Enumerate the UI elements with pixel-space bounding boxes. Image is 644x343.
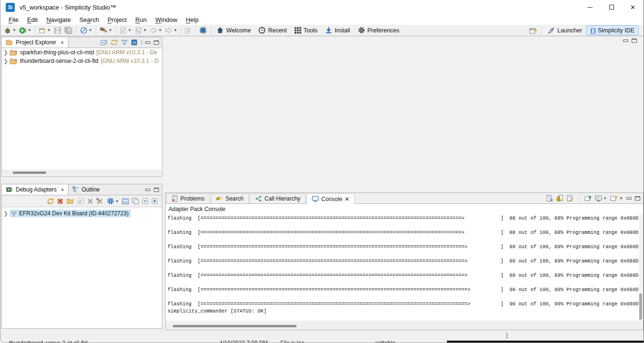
connect-icon[interactable] xyxy=(47,198,54,205)
chevron-right-icon[interactable]: ❯ xyxy=(2,210,10,217)
adapter-selected-row[interactable]: EFR32xG24 Dev Kit Board (ID:440272723) xyxy=(10,210,131,217)
debug-adapters-tabrow: Debug Adapters ✕ Outline xyxy=(2,184,162,195)
flash-programmer-button[interactable] xyxy=(198,26,208,35)
filter-icon[interactable] xyxy=(121,40,128,46)
menu-edit[interactable]: Edit xyxy=(23,15,42,24)
window-minimize-button[interactable] xyxy=(579,0,601,14)
close-icon[interactable]: ✕ xyxy=(60,187,64,192)
maximize-view-icon[interactable] xyxy=(635,196,640,201)
scroll-lock-icon[interactable] xyxy=(556,195,563,202)
delete-icon[interactable] xyxy=(87,198,93,204)
minimize-view-icon[interactable] xyxy=(623,40,628,42)
run-button[interactable]: ▼ xyxy=(18,26,32,35)
new-wizard-button[interactable]: ▼ xyxy=(38,26,52,35)
status-fragment: thunderboard-sense-2-ot-cli-ftd xyxy=(9,340,88,343)
rename-icon[interactable] xyxy=(78,198,84,204)
menu-window[interactable]: Window xyxy=(151,15,181,24)
expand-all-icon[interactable] xyxy=(151,198,158,204)
horizontal-scrollbar[interactable] xyxy=(166,323,643,329)
menu-project[interactable]: Project xyxy=(103,15,131,24)
tab-console[interactable]: Console ✕ xyxy=(307,193,355,204)
chevron-down-icon: ▼ xyxy=(128,28,132,32)
view-menu-icon[interactable]: ⁞ xyxy=(141,40,142,45)
adapter-settings-button[interactable]: ▼ xyxy=(107,197,119,205)
chevron-right-icon[interactable]: ❯ xyxy=(2,49,10,56)
horizontal-scrollbar[interactable] xyxy=(2,170,161,176)
build-button[interactable]: ▼ xyxy=(99,26,113,35)
scrollbar-thumb[interactable] xyxy=(639,293,642,320)
table-view-icon[interactable] xyxy=(122,198,129,204)
perspective-simplicity-ide[interactable]: { } Simplicity IDE xyxy=(586,25,639,35)
maximize-view-icon[interactable] xyxy=(632,39,637,43)
tools-wrench-icon[interactable] xyxy=(96,198,104,205)
recent-label: Recent xyxy=(268,27,287,34)
scrollbar-thumb[interactable] xyxy=(173,325,297,327)
tab-search[interactable]: Search xyxy=(211,193,249,203)
minimize-view-icon[interactable] xyxy=(145,189,150,191)
tab-project-explorer[interactable]: Project Explorer ✕ xyxy=(2,37,69,48)
last-edit-location-button[interactable]: ▼ xyxy=(119,26,133,35)
recent-button[interactable]: Recent xyxy=(255,25,291,36)
install-button[interactable]: Install xyxy=(321,25,354,36)
skip-breakpoints-button[interactable]: ▼ xyxy=(79,26,93,35)
back-button[interactable]: ▼ xyxy=(149,26,163,35)
toolbar-separator xyxy=(579,194,579,202)
tab-debug-adapters[interactable]: Debug Adapters ✕ xyxy=(2,184,69,195)
perspective-launcher[interactable]: Launcher xyxy=(544,26,586,35)
menu-run[interactable]: Run xyxy=(131,15,151,24)
minimize-view-icon[interactable] xyxy=(145,41,150,44)
window-close-button[interactable]: ✕ xyxy=(622,0,644,14)
collapse-all-icon[interactable] xyxy=(100,39,107,46)
tab-outline[interactable]: Outline xyxy=(69,184,103,195)
link-with-editor-button[interactable] xyxy=(183,26,193,35)
project-row[interactable]: ❯ c thunderboard-sense-2-ot-cli-ftd [GNU… xyxy=(2,57,162,65)
adapter-row[interactable]: ❯ EFR32xG24 Dev Kit Board (ID:440272723) xyxy=(2,209,162,218)
forward-button[interactable]: ▼ xyxy=(164,26,178,35)
next-edit-location-button[interactable]: ▼ xyxy=(134,26,148,35)
open-console-button[interactable]: ▼ xyxy=(610,195,623,202)
project-row[interactable]: ❯ c sparkfun-thing-plus-ot-cli-mtd [GNU … xyxy=(2,48,162,57)
open-perspective-button[interactable] xyxy=(528,26,539,35)
window-maximize-button[interactable] xyxy=(601,0,622,14)
status-fragment: File is loa xyxy=(280,340,305,343)
tab-call-hierarchy[interactable]: Call Hierarchy xyxy=(250,193,306,203)
pin-console-icon[interactable] xyxy=(585,195,592,202)
chevron-right-icon[interactable]: ❯ xyxy=(2,58,10,64)
disconnect-icon[interactable] xyxy=(57,198,64,205)
si-view-icon[interactable]: Si xyxy=(131,39,138,46)
save-button[interactable] xyxy=(53,26,62,35)
tab-problems[interactable]: Problems xyxy=(166,193,210,203)
show-on-output-icon[interactable] xyxy=(566,195,574,202)
vertical-scrollbar[interactable] xyxy=(639,214,643,321)
preferences-button[interactable]: Preferences xyxy=(354,25,403,36)
minimize-view-icon[interactable] xyxy=(626,197,632,200)
close-icon[interactable]: ✕ xyxy=(60,40,64,45)
toolbar-separator xyxy=(96,27,96,34)
tools-button[interactable]: Tools xyxy=(291,25,321,36)
menu-file[interactable]: File xyxy=(4,15,23,24)
debug-button[interactable]: ▼ xyxy=(3,26,17,35)
c-project-folder-icon: c xyxy=(10,58,18,65)
maximize-view-icon[interactable] xyxy=(154,40,159,45)
window-controls: ✕ xyxy=(579,0,644,14)
toolbar-separator xyxy=(180,27,181,34)
link-with-editor-icon[interactable] xyxy=(110,39,118,46)
statusbar-grip-icon[interactable]: ••• xyxy=(506,333,508,338)
copy-view-icon[interactable] xyxy=(132,198,139,204)
display-console-button[interactable]: ▼ xyxy=(595,195,607,202)
new-group-icon[interactable] xyxy=(67,198,75,204)
maximize-view-icon[interactable] xyxy=(154,188,159,192)
project-tree: ❯ c sparkfun-thing-plus-ot-cli-mtd [GNU … xyxy=(2,48,162,176)
close-icon[interactable]: ✕ xyxy=(345,196,349,202)
gear-blue-icon xyxy=(107,197,114,205)
save-all-button[interactable] xyxy=(63,26,74,35)
menu-help[interactable]: Help xyxy=(181,15,203,24)
menu-navigate[interactable]: Navigate xyxy=(42,15,75,24)
scrollbar-thumb[interactable] xyxy=(13,172,46,174)
menu-search[interactable]: Search xyxy=(75,15,103,24)
clear-console-icon[interactable] xyxy=(546,195,553,202)
chevron-down-icon: ▼ xyxy=(89,28,92,32)
collapse-all-icon[interactable] xyxy=(142,198,149,204)
toolbar-separator xyxy=(76,27,77,34)
welcome-button[interactable]: Welcome xyxy=(213,25,255,36)
